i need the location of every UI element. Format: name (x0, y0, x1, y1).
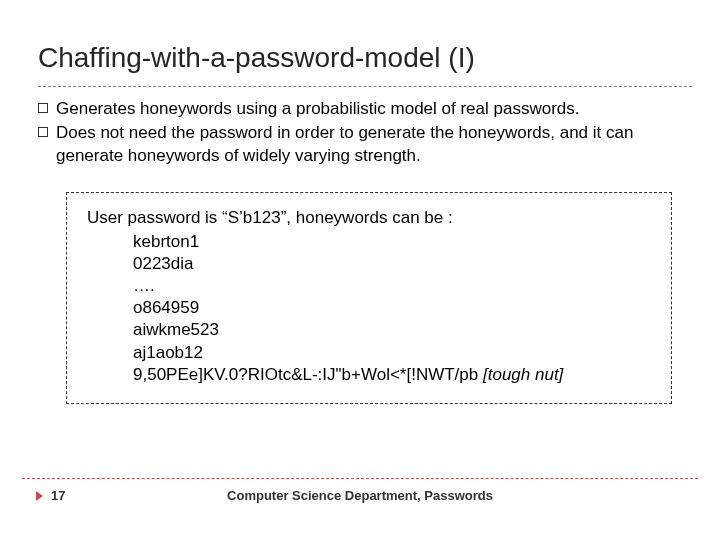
example-box: User password is “S’b123”, honeywords ca… (66, 192, 672, 404)
footer-text: Computer Science Department, Passwords (0, 488, 720, 503)
honeyword-list: kebrton1 0223dia …. o864959 aiwkme523 aj… (87, 231, 653, 386)
honeyword-item: aj1aob12 (133, 342, 653, 364)
bullet-marker-icon (38, 127, 48, 137)
bullet-list: Generates honeywords using a probabilist… (38, 98, 680, 169)
honeyword-item: …. (133, 275, 653, 297)
tough-nut-label: [tough nut] (483, 365, 563, 384)
example-intro: User password is “S’b123”, honeywords ca… (87, 207, 653, 229)
bullet-text: Does not need the password in order to g… (56, 122, 680, 167)
title-divider (38, 86, 692, 87)
bullet-item: Does not need the password in order to g… (38, 122, 680, 167)
honeyword-item: aiwkme523 (133, 319, 653, 341)
honeyword-text: 9,50PEe]KV.0?RIOtc&L-:IJ"b+Wol<*[!NWT/pb (133, 365, 483, 384)
footer: 17 Computer Science Department, Password… (0, 488, 720, 518)
slide: Chaffing-with-a-password-model (I) Gener… (0, 0, 720, 540)
footer-divider (22, 478, 698, 479)
honeyword-item: 0223dia (133, 253, 653, 275)
bullet-marker-icon (38, 103, 48, 113)
bullet-item: Generates honeywords using a probabilist… (38, 98, 680, 120)
bullet-text: Generates honeywords using a probabilist… (56, 98, 680, 120)
honeyword-item: o864959 (133, 297, 653, 319)
slide-title: Chaffing-with-a-password-model (I) (38, 42, 475, 74)
honeyword-item: 9,50PEe]KV.0?RIOtc&L-:IJ"b+Wol<*[!NWT/pb… (133, 364, 653, 386)
honeyword-item: kebrton1 (133, 231, 653, 253)
